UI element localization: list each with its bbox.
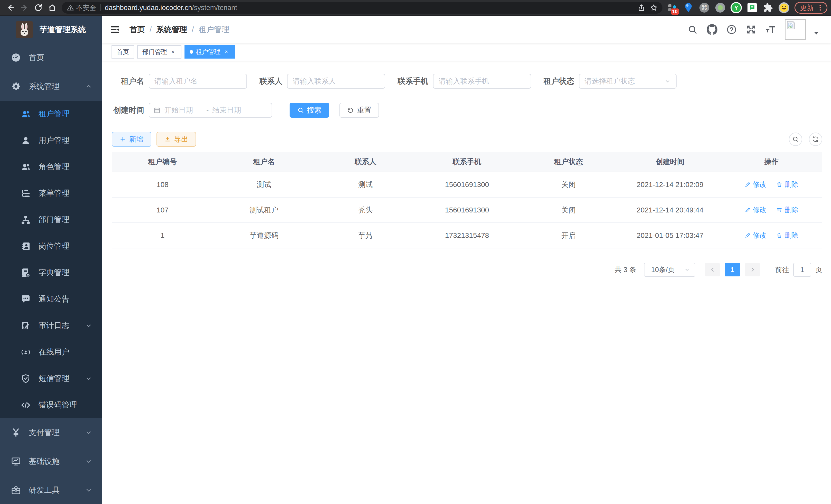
search-button[interactable]: 搜索 — [290, 103, 329, 118]
breadcrumb-separator: / — [192, 25, 194, 34]
sidebar-item-dict[interactable]: 字典管理 — [0, 260, 102, 286]
extension-chat-icon[interactable] — [746, 2, 758, 13]
tab-tenant[interactable]: 租户管理 × — [184, 45, 235, 59]
bookmark-star-icon[interactable] — [648, 2, 660, 14]
tab-dept[interactable]: 部门管理 × — [137, 45, 181, 59]
table-search-toggle-button[interactable] — [789, 132, 802, 146]
col-mobile[interactable]: 联系手机 — [416, 152, 518, 172]
date-range-picker[interactable]: 开始日期 - 结束日期 — [149, 103, 272, 118]
cell-contact: 秃头 — [315, 197, 416, 223]
end-date-placeholder: 结束日期 — [212, 105, 251, 115]
col-tenant-id[interactable]: 租户编号 — [112, 152, 213, 172]
close-icon[interactable]: × — [223, 49, 230, 55]
sidebar-item-dept[interactable]: 部门管理 — [0, 207, 102, 233]
user-avatar[interactable] — [785, 19, 806, 40]
sidebar-item-home[interactable]: 首页 — [0, 43, 102, 72]
url-text[interactable]: dashboard.yudao.iocoder.cn/system/tenant — [105, 4, 635, 12]
fullscreen-icon[interactable] — [746, 24, 756, 35]
sidebar-item-role[interactable]: 角色管理 — [0, 154, 102, 180]
mobile-input[interactable] — [433, 74, 531, 89]
goto-page-input[interactable] — [793, 263, 811, 277]
extension-command-icon[interactable]: ⌘ — [698, 2, 710, 13]
col-created[interactable]: 创建时间 — [619, 152, 721, 172]
extension-record-icon[interactable] — [714, 2, 726, 13]
col-actions[interactable]: 操作 — [721, 152, 822, 172]
col-contact[interactable]: 联系人 — [315, 152, 416, 172]
edit-link[interactable]: 修改 — [745, 180, 767, 189]
export-button[interactable]: 导出 — [156, 132, 196, 147]
delete-link[interactable]: 删除 — [776, 231, 798, 240]
prev-page-button[interactable] — [705, 263, 720, 276]
security-indicator[interactable]: 不安全 — [67, 3, 96, 12]
profile-avatar-icon[interactable] — [778, 2, 790, 13]
help-icon[interactable] — [726, 24, 737, 35]
edit-link[interactable]: 修改 — [745, 231, 767, 240]
sidebar-item-tenant[interactable]: 租户管理 — [0, 101, 102, 127]
sidebar-toggle-icon[interactable] — [110, 24, 121, 35]
close-icon[interactable]: × — [170, 49, 176, 55]
browser-home-button[interactable] — [45, 1, 59, 14]
browser-update-button[interactable]: 更新 — [795, 2, 827, 13]
edit-link[interactable]: 修改 — [745, 205, 767, 214]
github-icon[interactable] — [707, 24, 717, 35]
col-tenant-name[interactable]: 租户名 — [213, 152, 315, 172]
sidebar-item-errorcode[interactable]: 错误码管理 — [0, 392, 102, 418]
col-status[interactable]: 租户状态 — [518, 152, 619, 172]
gear-icon — [10, 81, 22, 92]
cell-status: 关闭 — [518, 172, 619, 197]
search-icon — [297, 107, 304, 114]
delete-link[interactable]: 删除 — [776, 180, 798, 189]
next-page-button[interactable] — [745, 263, 760, 276]
sidebar-item-menu[interactable]: 菜单管理 — [0, 180, 102, 207]
sidebar-item-devtools[interactable]: 研发工具 — [0, 476, 102, 504]
browser-back-button[interactable] — [4, 1, 18, 14]
page-number-1[interactable]: 1 — [725, 263, 740, 276]
mobile-label: 联系手机 — [398, 76, 428, 87]
table-header-row: 租户编号 租户名 联系人 联系手机 租户状态 创建时间 操作 — [112, 152, 822, 172]
sidebar-item-sms[interactable]: 短信管理 — [0, 365, 102, 392]
sidebar-item-infra[interactable]: 基础设施 — [0, 447, 102, 476]
sidebar-item-online[interactable]: 在线用户 — [0, 339, 102, 365]
page-size-select[interactable]: 10条/页 — [644, 263, 695, 277]
table-refresh-button[interactable] — [809, 132, 822, 146]
tenant-name-input[interactable] — [149, 74, 247, 89]
page-content: 租户名 联系人 联系手机 租户状态 请选择租户状态 — [102, 61, 831, 504]
extension-capture-icon[interactable]: 10 — [666, 2, 678, 13]
tab-label: 部门管理 — [142, 48, 167, 56]
reset-button[interactable]: 重置 — [339, 103, 379, 118]
sidebar-item-user[interactable]: 用户管理 — [0, 127, 102, 154]
sidebar-item-auditlog[interactable]: 审计日志 — [0, 313, 102, 339]
extensions-puzzle-icon[interactable] — [762, 2, 774, 13]
tenant-table: 租户编号 租户名 联系人 联系手机 租户状态 创建时间 操作 108 测试 测试 — [112, 152, 822, 248]
status-select[interactable]: 请选择租户状态 — [579, 74, 677, 89]
delete-link[interactable]: 删除 — [776, 205, 798, 214]
extension-y-icon[interactable]: Y — [730, 2, 742, 13]
plus-icon — [119, 136, 126, 143]
table-row[interactable]: 108 测试 测试 15601691300 关闭 2021-12-14 21:0… — [112, 172, 822, 197]
breadcrumb-system[interactable]: 系统管理 — [156, 24, 187, 35]
sidebar-item-label: 基础设施 — [29, 456, 85, 467]
caret-down-icon[interactable] — [813, 30, 820, 37]
address-bar[interactable]: 不安全 dashboard.yudao.iocoder.cn/system/te… — [62, 2, 662, 13]
sidebar-logo[interactable]: 芋道管理系统 — [0, 16, 102, 43]
tab-home[interactable]: 首页 — [112, 45, 134, 59]
table-row[interactable]: 107 测试租户 秃头 15601691300 关闭 2021-12-14 20… — [112, 197, 822, 223]
status-select-placeholder: 请选择租户状态 — [584, 76, 664, 86]
sidebar-item-system[interactable]: 系统管理 — [0, 72, 102, 101]
share-icon[interactable] — [635, 2, 648, 14]
sidebar-item-label: 字典管理 — [38, 267, 92, 278]
browser-reload-button[interactable] — [31, 1, 45, 14]
breadcrumb-home[interactable]: 首页 — [130, 24, 145, 35]
table-row[interactable]: 1 芋道源码 芋艿 17321315478 开启 2021-01-05 17:0… — [112, 223, 822, 248]
sidebar-item-post[interactable]: 岗位管理 — [0, 233, 102, 260]
browser-forward-button[interactable] — [18, 1, 31, 14]
font-size-icon[interactable] — [765, 24, 776, 35]
sidebar-item-notice[interactable]: 通知公告 — [0, 286, 102, 313]
contact-input[interactable] — [287, 74, 385, 89]
top-navbar: 首页 / 系统管理 / 租户管理 — [102, 16, 831, 43]
extension-balloon-icon[interactable] — [683, 2, 694, 13]
sidebar-item-pay[interactable]: 支付管理 — [0, 418, 102, 447]
add-button[interactable]: 新增 — [112, 132, 151, 147]
goto-label: 前往 — [775, 265, 789, 274]
search-icon[interactable] — [687, 24, 698, 35]
